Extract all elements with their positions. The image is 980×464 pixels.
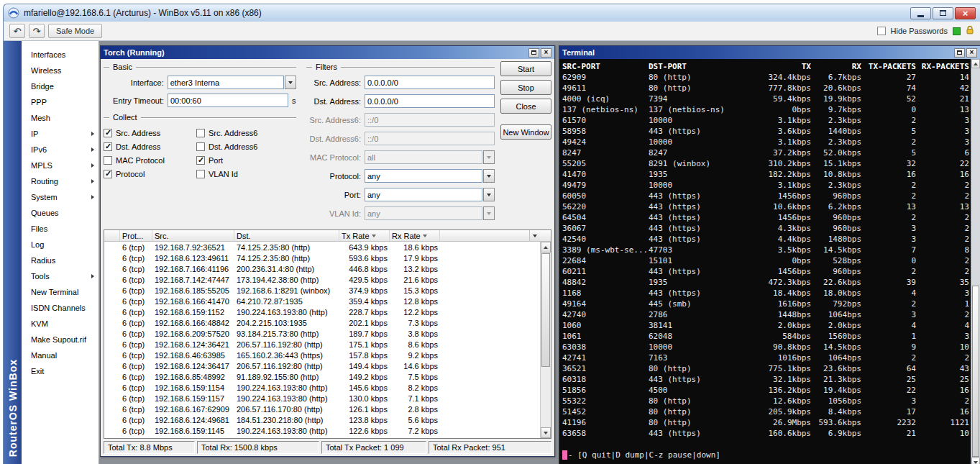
sidebar-item[interactable]: Radius xyxy=(22,253,99,268)
torch-table-row[interactable]: 6 (tcp) 192.168.6.166:41470 64.210.72.87… xyxy=(104,296,540,306)
torch-titlebar[interactable]: Torch (Running) × xyxy=(101,46,554,59)
torch-table-row[interactable]: 6 (tcp) 192.168.6.166:48842 204.2.215.10… xyxy=(104,317,540,328)
sidebar-item[interactable]: MPLS xyxy=(22,158,99,173)
torch-table-scrollbar[interactable] xyxy=(540,242,551,438)
sidebar-item[interactable]: Bridge xyxy=(22,78,99,94)
collect-checkbox[interactable]: MAC Protocol xyxy=(104,153,196,167)
col-flag[interactable] xyxy=(104,230,120,241)
torch-action-button[interactable]: New Window xyxy=(500,124,551,140)
filter-value-field[interactable]: any xyxy=(365,206,482,220)
sidebar-item[interactable]: Wireless xyxy=(22,63,99,78)
torch-table-row[interactable]: 6 (tcp) 192.168.6.185:55205 192.168.6.1:… xyxy=(104,285,540,296)
torch-table-row[interactable]: 6 (tcp) 192.168.6.167:62909 206.57.116.1… xyxy=(104,404,540,414)
filter-value-field[interactable]: 0.0.0.0/0 xyxy=(365,94,495,108)
torch-table-row[interactable]: 6 (tcp) 192.168.6.159:1157 190.224.163.1… xyxy=(104,393,540,404)
scroll-up-arrow[interactable] xyxy=(541,242,551,253)
sidebar-item[interactable]: Exit xyxy=(22,363,99,379)
torch-table-row[interactable]: 6 (tcp) 192.168.6.85:48992 91.189.92.155… xyxy=(104,371,540,382)
torch-table-row[interactable]: 6 (tcp) 192.168.6.209:57520 93.184.215.7… xyxy=(104,328,540,339)
redo-button[interactable]: ↷ xyxy=(29,24,45,38)
sidebar-item[interactable]: IPv6 xyxy=(22,142,99,158)
torch-table-row[interactable]: 6 (tcp) 192.168.7.142:47447 173.194.42.3… xyxy=(104,274,540,285)
col-src[interactable]: Src. xyxy=(152,230,234,241)
torch-table-row[interactable]: 6 (tcp) 192.168.6.159:1145 190.224.163.1… xyxy=(104,425,540,436)
collect-checkbox[interactable]: Dst. Address xyxy=(104,140,196,153)
collect-checkbox[interactable]: Src. Address xyxy=(104,126,196,140)
filter-dropdown-button[interactable] xyxy=(483,150,495,164)
filter-value-field[interactable]: any xyxy=(365,169,482,183)
maximize-button[interactable] xyxy=(933,7,953,19)
torch-table-row[interactable]: 6 (tcp) 192.168.6.221:51452 200.236.31.4… xyxy=(104,436,540,438)
torch-close-button[interactable]: × xyxy=(541,48,551,58)
sidebar-item[interactable]: ISDN Channels xyxy=(22,300,99,316)
sidebar-item[interactable]: PPP xyxy=(22,94,99,110)
torch-action-button[interactable]: Stop xyxy=(500,80,551,95)
terminal-maximize-button[interactable] xyxy=(954,48,965,58)
collect-checkbox[interactable]: VLAN Id xyxy=(196,167,289,181)
col-tx-rate[interactable]: Tx Rate xyxy=(339,230,390,241)
col-dst[interactable]: Dst. xyxy=(234,230,339,241)
col-rx-rate[interactable]: Rx Rate xyxy=(390,230,440,241)
torch-table-row[interactable]: 6 (tcp) 192.168.6.124:36421 206.57.116.1… xyxy=(104,339,540,350)
torch-table-row[interactable]: 6 (tcp) 192.168.6.124:36417 206.57.116.1… xyxy=(104,360,540,371)
sidebar-item[interactable]: Queues xyxy=(22,205,99,221)
main-titlebar[interactable]: mfariello@192.168.6.1 (Arcturus) - WinBo… xyxy=(4,4,980,22)
scroll-down-arrow[interactable] xyxy=(541,427,551,438)
col-protocol[interactable]: Prot... xyxy=(120,230,152,241)
torch-table-row[interactable]: 6 (tcp) 192.168.7.92:36521 74.125.2.35:8… xyxy=(104,242,540,253)
checkbox-box[interactable] xyxy=(104,156,112,165)
sidebar-item[interactable]: New Terminal xyxy=(22,284,99,300)
collect-checkbox[interactable]: Port xyxy=(196,153,289,167)
column-chooser-button[interactable] xyxy=(529,230,540,241)
terminal-scrollbar[interactable] xyxy=(971,59,980,464)
filter-value-field[interactable]: any xyxy=(365,188,482,201)
terminal-output[interactable]: SRC-PORT DST-PORT TX RX TX-PACKETS RX-PA… xyxy=(559,59,980,464)
sidebar-item[interactable]: System xyxy=(22,189,99,205)
torch-table-row[interactable]: 6 (tcp) 192.168.6.159:1152 190.224.163.1… xyxy=(104,306,540,317)
checkbox-box[interactable] xyxy=(196,156,205,165)
sidebar-item[interactable]: Manual xyxy=(22,347,99,363)
scrollbar-thumb[interactable] xyxy=(972,286,979,457)
checkbox-box[interactable] xyxy=(104,142,112,151)
checkbox-box[interactable] xyxy=(104,170,112,178)
undo-button[interactable]: ↶ xyxy=(9,24,25,38)
checkbox-box[interactable] xyxy=(196,142,205,151)
interface-select[interactable]: ether3 Interna xyxy=(168,76,284,89)
torch-table-row[interactable]: 6 (tcp) 192.168.6.124:49681 184.51.230.2… xyxy=(104,414,540,425)
torch-maximize-button[interactable] xyxy=(528,48,539,58)
sidebar-item[interactable]: Make Supout.rif xyxy=(22,332,99,347)
torch-table-row[interactable]: 6 (tcp) 192.168.6.46:63985 165.160.2.36:… xyxy=(104,350,540,360)
terminal-titlebar[interactable]: Terminal × xyxy=(559,46,980,59)
torch-action-button[interactable]: Close xyxy=(500,99,551,114)
torch-table-row[interactable]: 6 (tcp) 192.168.6.123:49611 74.125.2.35:… xyxy=(104,253,540,263)
checkbox-box[interactable] xyxy=(196,129,205,137)
sidebar-item[interactable]: Log xyxy=(22,237,99,253)
sidebar-item[interactable]: Tools xyxy=(22,268,99,284)
close-button[interactable]: × xyxy=(955,7,976,19)
sidebar-item[interactable]: Files xyxy=(22,221,99,237)
collect-checkbox[interactable]: Protocol xyxy=(104,167,196,181)
filter-value-field[interactable]: 0.0.0.0/0 xyxy=(365,76,495,89)
safe-mode-button[interactable]: Safe Mode xyxy=(48,24,102,38)
minimize-button[interactable] xyxy=(910,7,931,19)
interface-dropdown-button[interactable] xyxy=(285,76,296,89)
checkbox-box[interactable] xyxy=(104,129,112,137)
terminal-close-button[interactable]: × xyxy=(966,48,977,58)
checkbox-box[interactable] xyxy=(196,170,205,178)
filter-dropdown-button[interactable] xyxy=(483,206,495,220)
entry-timeout-input[interactable]: 00:00:60 xyxy=(168,94,288,107)
filter-value-field[interactable]: ::/0 xyxy=(365,113,495,127)
torch-table-row[interactable]: 6 (tcp) 192.168.7.166:41196 200.236.31.4… xyxy=(104,263,540,274)
collect-checkbox[interactable]: Src. Address6 xyxy=(196,126,289,140)
filter-dropdown-button[interactable] xyxy=(483,169,495,183)
sidebar-item[interactable]: Interfaces xyxy=(22,47,99,63)
collect-checkbox[interactable]: Dst. Address6 xyxy=(196,140,289,153)
filter-dropdown-button[interactable] xyxy=(483,188,495,201)
hide-passwords-checkbox[interactable] xyxy=(877,27,886,35)
scroll-up-arrow[interactable] xyxy=(971,59,980,68)
torch-action-button[interactable]: Start xyxy=(500,61,551,76)
filter-value-field[interactable]: all xyxy=(365,150,482,164)
sidebar-item[interactable]: KVM xyxy=(22,316,99,332)
sidebar-item[interactable]: Mesh xyxy=(22,110,99,126)
scrollbar-thumb[interactable] xyxy=(541,253,550,367)
